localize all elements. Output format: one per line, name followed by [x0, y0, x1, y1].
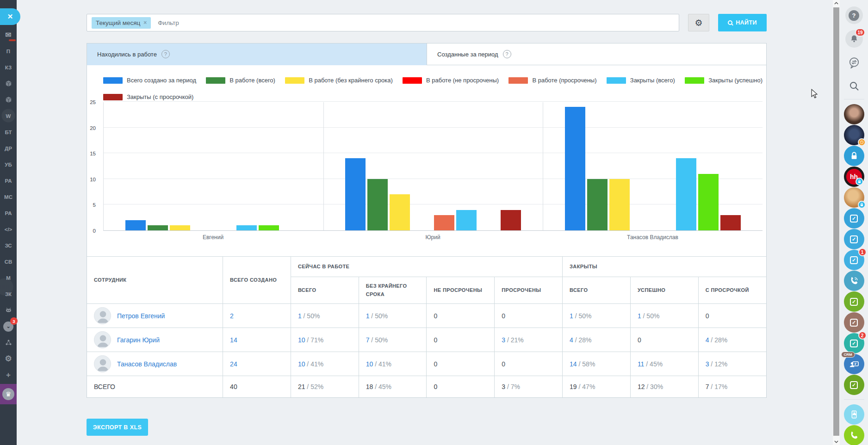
bar: [565, 107, 585, 230]
user-avatar[interactable]: [844, 104, 864, 124]
bar-slot: [125, 102, 146, 230]
sidebar-item-w[interactable]: W: [0, 108, 17, 124]
cell-value-link[interactable]: 10: [298, 336, 305, 344]
help-circle-icon[interactable]: ?: [503, 50, 511, 58]
bar-slot: [478, 102, 499, 230]
pro-icon[interactable]: ♛: [0, 384, 17, 404]
sidebar-item-ра[interactable]: РА: [0, 173, 17, 189]
sidebar-item-св[interactable]: СВ: [0, 253, 17, 270]
find-button[interactable]: НАЙТИ: [718, 14, 767, 31]
search-icon[interactable]: [845, 77, 863, 95]
notifications-icon[interactable]: 19: [845, 30, 863, 48]
bot-icon[interactable]: [0, 302, 17, 318]
tasks-app-icon[interactable]: ✓: [844, 208, 864, 229]
cell-value-link[interactable]: 10: [298, 360, 305, 368]
sidebar-item-зс[interactable]: ЗС: [0, 237, 17, 253]
table-cell: 10 / 41%: [359, 352, 427, 376]
sidebar-item-м[interactable]: М: [0, 270, 17, 286]
legend-item[interactable]: Закрыты (успешно): [685, 77, 763, 84]
network-icon[interactable]: [0, 334, 17, 351]
add-icon[interactable]: +: [0, 367, 17, 383]
table-cell: 2: [223, 304, 291, 328]
tasks-app-icon[interactable]: ✓: [844, 375, 864, 395]
money-avatar[interactable]: [844, 187, 864, 208]
user-avatar[interactable]: [844, 125, 864, 145]
more-icon[interactable]: ⌄3: [0, 318, 17, 334]
legend-item[interactable]: Всего создано за период: [103, 77, 196, 84]
messenger-icon[interactable]: [845, 54, 863, 71]
tasks-app-icon[interactable]: ✓2: [844, 333, 864, 353]
employee-link[interactable]: Петров Евгений: [117, 312, 165, 320]
sidebar-item-</>[interactable]: </>: [0, 221, 17, 237]
bar: [236, 225, 257, 230]
sidebar-item-п[interactable]: П: [0, 43, 17, 59]
filter-settings-button[interactable]: ⚙: [688, 14, 709, 31]
gear-icon: ⚙: [694, 18, 702, 28]
sidebar-item-зк[interactable]: ЗК: [0, 286, 17, 302]
search-input[interactable]: Текущий месяц × Фильтр: [87, 14, 679, 31]
tasks-app-icon[interactable]: ✓1: [844, 250, 864, 270]
cell-value-link[interactable]: 11: [638, 360, 645, 368]
bar-slot: [698, 102, 719, 230]
sidebar-item-уб[interactable]: УБ: [0, 156, 17, 173]
scroll-down-arrow-icon[interactable]: [833, 439, 840, 445]
avatar[interactable]: [94, 331, 111, 348]
tasks-app-icon[interactable]: ✓: [844, 312, 864, 333]
tab-in-progress[interactable]: Находились в работе ?: [87, 43, 427, 65]
y-tick-label: 25: [90, 99, 96, 105]
telephony-icon[interactable]: [844, 425, 864, 445]
cell-value-link[interactable]: 1: [638, 312, 641, 320]
legend-item[interactable]: В работе (просрочены): [508, 77, 596, 84]
sidebar-item-мс[interactable]: МС: [0, 189, 17, 205]
cell-value-link[interactable]: 3: [502, 336, 505, 344]
vertical-scrollbar[interactable]: [833, 0, 840, 445]
bar-slot: [367, 102, 388, 230]
settings-icon[interactable]: ⚙: [0, 351, 17, 367]
gridline: [104, 101, 763, 102]
employee-link[interactable]: Гагарин Юрий: [117, 336, 160, 344]
legend-item[interactable]: Закрыты (с просрочкой): [103, 93, 193, 100]
phone-app-icon[interactable]: [844, 271, 864, 291]
tasks-app-icon[interactable]: ✓: [844, 229, 864, 249]
scrollbar-thumb[interactable]: [833, 7, 839, 436]
app-cube-icon[interactable]: [0, 75, 17, 92]
cell-value-link[interactable]: 24: [230, 360, 237, 368]
scroll-up-arrow-icon[interactable]: [833, 0, 840, 6]
sidebar-item-бт[interactable]: БТ: [0, 124, 17, 140]
filter-tag[interactable]: Текущий месяц ×: [92, 17, 151, 29]
mail-icon[interactable]: ✉: [0, 27, 17, 43]
cell-value-link[interactable]: 14: [230, 336, 237, 344]
lock-app-icon[interactable]: [844, 146, 864, 166]
table-cell: 14: [223, 328, 291, 352]
legend-item[interactable]: В работе (всего): [206, 77, 275, 84]
legend-label: Всего создано за период: [127, 77, 196, 84]
legend-label: В работе (без крайнего срока): [309, 77, 393, 84]
help-circle-icon[interactable]: ?: [161, 50, 170, 58]
legend-item[interactable]: В работе (не просрочены): [403, 77, 499, 84]
employee-link[interactable]: Танасов Владислав: [117, 360, 177, 368]
cell-value-link[interactable]: 10: [366, 360, 373, 368]
sidebar-item-кз[interactable]: КЗ: [0, 59, 17, 75]
tab-created-for-period[interactable]: Созданные за период ?: [427, 43, 766, 65]
cell-value-link[interactable]: 14: [570, 360, 577, 368]
close-menu-button[interactable]: ✕: [0, 8, 20, 25]
filter-tag-remove-icon[interactable]: ×: [143, 19, 147, 26]
export-xls-button[interactable]: ЭКСПОРТ В XLS: [87, 419, 148, 436]
mobile-app-icon[interactable]: [844, 404, 864, 425]
table-cell: 0: [495, 352, 563, 376]
sidebar-item-ра[interactable]: РА: [0, 205, 17, 221]
cell-value-link[interactable]: 2: [230, 312, 234, 320]
legend-item[interactable]: В работе (без крайнего срока): [285, 77, 393, 84]
app-cube-icon[interactable]: [0, 92, 17, 108]
help-icon[interactable]: ?: [845, 6, 863, 24]
cell-value-link[interactable]: 4: [570, 336, 573, 344]
cell-value-link[interactable]: 1: [570, 312, 573, 320]
cell-value-link[interactable]: 1: [298, 312, 302, 320]
legend-item[interactable]: Закрыты (всего): [607, 77, 675, 84]
crm-app-icon[interactable]: CRM: [844, 354, 864, 374]
tasks-app-icon[interactable]: ✓: [844, 291, 864, 312]
sidebar-item-др[interactable]: ДР: [0, 140, 17, 156]
hh-app-icon[interactable]: hh: [844, 167, 864, 187]
avatar[interactable]: [94, 355, 111, 372]
avatar[interactable]: [94, 307, 111, 324]
